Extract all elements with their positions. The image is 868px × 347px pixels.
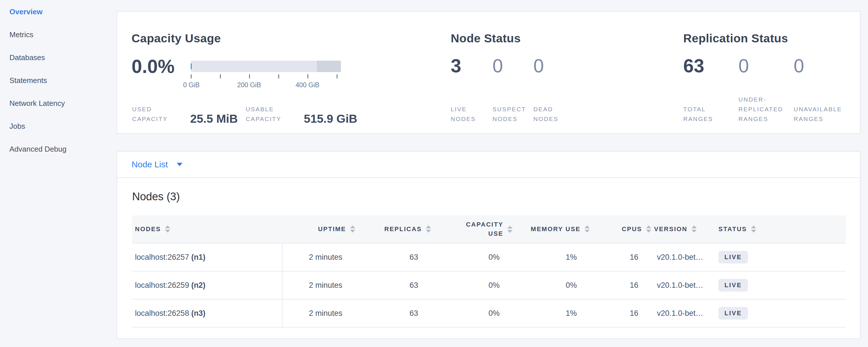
sort-icon <box>507 226 513 233</box>
sidebar-nav: Overview Metrics Databases Statements Ne… <box>0 0 117 153</box>
column-header-capacity-use[interactable]: Capacity Use <box>431 215 513 243</box>
sidebar-item-metrics[interactable]: Metrics <box>9 30 117 39</box>
table-row-node-3[interactable]: localhost:26258 (n3) 2 minutes 63 0% 1% … <box>132 299 846 327</box>
live-nodes-value: 3 <box>451 56 491 75</box>
node-address-cell: localhost:26258 (n3) <box>132 299 282 327</box>
column-header-status[interactable]: Status <box>716 215 846 243</box>
node-address-cell: localhost:26257 (n1) <box>132 243 282 271</box>
capacity-bar-dark-segment <box>317 61 341 72</box>
nodes-count-heading: Nodes (3) <box>132 191 846 203</box>
column-label-memory-use: Memory Use <box>531 225 581 234</box>
status-cell: LIVE <box>716 299 846 327</box>
dead-nodes-value: 0 <box>533 56 579 75</box>
cpus-cell: 16 <box>590 271 651 299</box>
sidebar-item-statements[interactable]: Statements <box>9 76 117 85</box>
replication-status-panel: Replication Status 63 Total Ranges 0 Und… <box>683 12 855 133</box>
suspect-nodes-stat: 0 Suspect Nodes <box>493 56 532 124</box>
unavailable-ranges-value: 0 <box>794 56 854 75</box>
capacity-use-cell: 0% <box>431 243 513 271</box>
capacity-stats: Used Capacity 25.5 MiB Usable Capacity 5… <box>132 104 357 124</box>
sort-icon <box>585 225 590 232</box>
axis-label-0gib: 0 GiB <box>183 81 199 89</box>
cpus-cell: 16 <box>590 243 651 271</box>
column-label-version: Version <box>654 225 687 234</box>
cpus-cell: 16 <box>590 299 651 327</box>
capacity-usage-panel: Capacity Usage 0.0% 0 GiB 200 <box>131 12 449 133</box>
replicas-cell: 63 <box>355 243 431 271</box>
used-capacity-value: 25.5 MiB <box>190 113 238 125</box>
sidebar-item-overview[interactable]: Overview <box>9 7 117 16</box>
table-row-node-1[interactable]: localhost:26257 (n1) 2 minutes 63 0% 1% … <box>132 243 846 271</box>
nodes-table: Nodes Uptime Replicas Capacity Use Memor… <box>132 215 846 327</box>
uptime-cell: 2 minutes <box>282 271 355 299</box>
node-status-stats: 3 Live Nodes 0 Suspect Nodes 0 Dead Node… <box>451 56 680 124</box>
column-header-uptime[interactable]: Uptime <box>282 215 355 243</box>
capacity-used-percent: 0.0% <box>131 57 180 90</box>
node-status-title: Node Status <box>451 32 521 45</box>
memory-use-cell: 0% <box>513 271 590 299</box>
sidebar: Overview Metrics Databases Statements Ne… <box>0 0 117 347</box>
node-address-cell: localhost:26259 (n2) <box>132 271 282 299</box>
sidebar-item-jobs[interactable]: Jobs <box>9 122 117 130</box>
column-header-nodes[interactable]: Nodes <box>132 215 282 243</box>
sort-icon <box>751 225 756 232</box>
capacity-axis-labels: 0 GiB 200 GiB 400 GiB <box>191 81 341 90</box>
suspect-nodes-label: Suspect Nodes <box>493 104 532 124</box>
uptime-cell: 2 minutes <box>282 299 355 327</box>
memory-use-cell: 1% <box>513 243 590 271</box>
usable-capacity-stat: Usable Capacity 515.9 GiB <box>246 104 357 124</box>
column-header-cpus[interactable]: CPUs <box>590 215 651 243</box>
column-label-capacity-use: Capacity Use <box>461 220 503 238</box>
column-label-nodes: Nodes <box>135 225 161 234</box>
sidebar-item-databases[interactable]: Databases <box>9 53 117 62</box>
unavailable-ranges-label: Unavailable Ranges <box>794 104 852 124</box>
axis-label-400gib: 400 GiB <box>296 81 319 89</box>
capacity-use-cell: 0% <box>431 299 513 327</box>
capacity-bar-chart: 0 GiB 200 GiB 400 GiB <box>191 61 341 90</box>
live-nodes-stat: 3 Live Nodes <box>451 56 491 124</box>
node-list-card: Node List Nodes (3) Nodes Uptime R <box>117 151 861 339</box>
node-status-panel: Node Status 3 Live Nodes 0 Suspect Nodes… <box>451 12 680 133</box>
sidebar-item-advanced-debug[interactable]: Advanced Debug <box>9 145 117 153</box>
status-badge: LIVE <box>718 279 748 291</box>
table-row-node-2[interactable]: localhost:26259 (n2) 2 minutes 63 0% 0% … <box>132 271 846 299</box>
column-label-status: Status <box>718 225 747 234</box>
status-cell: LIVE <box>716 271 846 299</box>
node-list-dropdown[interactable]: Node List <box>131 160 183 169</box>
sort-icon <box>646 225 651 232</box>
unavailable-ranges-stat: 0 Unavailable Ranges <box>794 56 854 124</box>
sort-icon <box>691 225 697 232</box>
status-cell: LIVE <box>716 243 846 271</box>
uptime-cell: 2 minutes <box>282 243 355 271</box>
column-label-cpus: CPUs <box>622 225 642 234</box>
nodes-table-header-row: Nodes Uptime Replicas Capacity Use Memor… <box>132 215 846 243</box>
used-capacity-stat: Used Capacity 25.5 MiB <box>132 104 238 124</box>
column-header-version[interactable]: Version <box>651 215 716 243</box>
cluster-summary-card: Capacity Usage 0.0% 0 GiB 200 <box>117 11 861 134</box>
live-nodes-label: Live Nodes <box>451 104 491 124</box>
column-label-replicas: Replicas <box>384 225 422 234</box>
total-ranges-label: Total Ranges <box>683 104 720 124</box>
dead-nodes-label: Dead Nodes <box>533 104 576 124</box>
version-cell: v20.1.0-bet… <box>651 243 716 271</box>
version-cell: v20.1.0-bet… <box>651 271 716 299</box>
replicas-cell: 63 <box>355 299 431 327</box>
column-header-memory-use[interactable]: Memory Use <box>513 215 590 243</box>
sidebar-item-network-latency[interactable]: Network Latency <box>9 99 117 107</box>
column-header-replicas[interactable]: Replicas <box>355 215 431 243</box>
suspect-nodes-value: 0 <box>493 56 532 75</box>
version-cell: v20.1.0-bet… <box>651 299 716 327</box>
used-capacity-label: Used Capacity <box>132 104 175 124</box>
replicas-cell: 63 <box>355 271 431 299</box>
node-list-body: Nodes (3) Nodes Uptime Replicas <box>117 178 860 327</box>
usable-capacity-value: 515.9 GiB <box>304 113 357 125</box>
capacity-gauge: 0.0% 0 GiB 200 GiB 400 GiB <box>131 57 341 90</box>
status-badge: LIVE <box>718 307 748 319</box>
capacity-usage-title: Capacity Usage <box>131 32 221 45</box>
sort-icon <box>426 225 431 232</box>
total-ranges-value: 63 <box>683 56 736 75</box>
usable-capacity-label: Usable Capacity <box>246 104 288 124</box>
capacity-use-cell: 0% <box>431 271 513 299</box>
chevron-down-icon <box>177 163 183 166</box>
replication-status-title: Replication Status <box>683 32 788 45</box>
